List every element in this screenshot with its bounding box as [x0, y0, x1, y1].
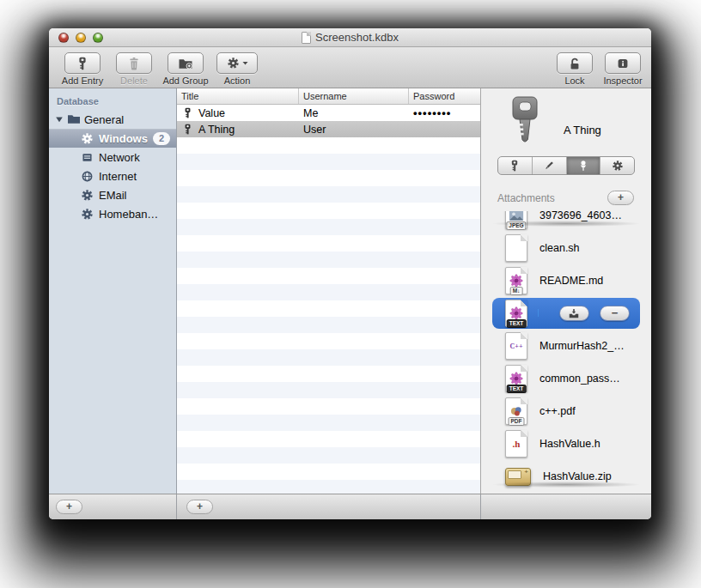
gear-icon	[81, 132, 94, 145]
attachment-row[interactable]: .h HashValue.h	[481, 427, 651, 460]
attachments-label: Attachments	[497, 192, 607, 204]
add-entry-button[interactable]: Add Entry	[58, 52, 107, 88]
key-icon	[76, 57, 89, 70]
sidebar-item-network[interactable]: Network	[49, 148, 176, 167]
minimize-button[interactable]	[76, 33, 86, 43]
sidebar-item-internet[interactable]: Internet	[49, 167, 176, 185]
attachment-name: c++.pdf	[539, 405, 576, 417]
attachment-row[interactable]: M↓ README.md	[481, 264, 651, 297]
inspector-panel: A Thing Attachments +	[481, 88, 651, 494]
remove-attachment-button[interactable]: −	[600, 306, 630, 321]
tab-general[interactable]	[498, 157, 533, 174]
attachment-row[interactable]: clean.sh	[481, 232, 651, 264]
attachment-name: LI…	[538, 307, 539, 319]
sidebar-item-label: Homeban…	[99, 208, 158, 221]
minus-icon: −	[612, 309, 619, 318]
tab-notes[interactable]	[533, 157, 567, 174]
sidebar-section-header: Database	[49, 94, 176, 110]
delete-label: Delete	[120, 76, 148, 86]
window-title-text: Screenshot.kdbx	[315, 31, 399, 44]
lock-label: Lock	[564, 76, 584, 86]
attachment-name: MurmurHash2_…	[539, 340, 625, 352]
tab-attachments[interactable]	[567, 157, 601, 174]
table-row[interactable]: Value Me ••••••••	[177, 105, 480, 121]
text-file-icon: TEXT	[505, 365, 527, 392]
sidebar-item-homebanking[interactable]: Homeban…	[49, 204, 176, 223]
entry-username: User	[303, 124, 326, 136]
add-entry-footer-button[interactable]: +	[186, 500, 213, 514]
empty-rows-area	[177, 137, 480, 494]
group-sidebar: Database General Windows 2 Network Inter…	[49, 88, 177, 494]
window-controls	[58, 33, 103, 43]
chevron-down-icon	[242, 60, 248, 66]
column-header-title[interactable]: Title	[177, 88, 299, 104]
attachment-name: common_pass…	[539, 373, 620, 385]
toolbar: Add Entry Delete Add Group Action Lock I…	[49, 47, 651, 88]
add-group-button[interactable]: Add Group	[161, 52, 210, 88]
attachment-row[interactable]: PDF c++.pdf	[481, 395, 651, 427]
entry-title: Value	[198, 107, 225, 119]
entry-title: A Thing	[198, 124, 235, 136]
attachment-row[interactable]: C++ MurmurHash2_…	[481, 330, 651, 362]
info-icon	[616, 57, 630, 70]
key-icon	[182, 124, 193, 135]
attachment-name: HashValue.h	[539, 438, 600, 450]
markdown-file-icon: M↓	[505, 267, 527, 294]
inspector-tab-bar	[497, 156, 635, 175]
entry-password-masked: ••••••••	[413, 106, 451, 119]
globe-icon	[81, 170, 94, 183]
entry-username: Me	[303, 107, 318, 119]
zoom-button[interactable]	[93, 33, 103, 43]
pdf-file-icon: PDF	[505, 397, 527, 425]
attachment-name: README.md	[539, 275, 603, 287]
add-group-footer-button[interactable]: +	[56, 500, 82, 514]
disclosure-triangle-icon[interactable]	[55, 115, 64, 124]
sidebar-item-label: General	[84, 113, 124, 126]
entry-key-icon	[508, 96, 542, 146]
add-entry-label: Add Entry	[62, 76, 103, 86]
tab-settings[interactable]	[600, 157, 634, 174]
add-attachment-button[interactable]: +	[607, 191, 634, 205]
attachment-row[interactable]: TEXT common_pass…	[481, 362, 651, 395]
inspector-entry-title: A Thing	[564, 124, 601, 136]
close-button[interactable]	[58, 33, 69, 43]
folder-plus-icon	[178, 57, 193, 70]
save-attachment-button[interactable]	[559, 306, 589, 321]
shell-file-icon	[505, 234, 527, 262]
attachment-name: clean.sh	[539, 242, 580, 254]
attachments-list: JPEG 3973696_4603… clean.sh M↓ README.md	[481, 211, 651, 489]
sidebar-item-label: Internet	[99, 170, 137, 183]
sidebar-item-general[interactable]: General	[49, 110, 176, 129]
action-button[interactable]: Action	[217, 52, 257, 88]
cpp-file-icon: C++	[505, 332, 527, 360]
delete-button[interactable]: Delete	[114, 52, 154, 88]
window-title: Screenshot.kdbx	[302, 31, 399, 44]
desktop-background: { "window": { "title": "Screenshot.kdbx"…	[0, 0, 701, 588]
action-label: Action	[224, 76, 251, 86]
gear-icon	[612, 160, 624, 172]
sidebar-item-label: EMail	[99, 189, 127, 202]
save-tray-icon	[568, 308, 580, 319]
lock-open-icon	[568, 57, 582, 70]
bottom-bar: + +	[49, 494, 651, 519]
entry-count-badge: 2	[153, 132, 170, 145]
add-group-label: Add Group	[162, 76, 208, 86]
key-icon	[509, 160, 521, 172]
pencil-icon	[543, 160, 555, 172]
folder-icon	[67, 113, 81, 125]
lock-button[interactable]: Lock	[555, 52, 594, 88]
sidebar-item-email[interactable]: EMail	[49, 185, 176, 204]
attachment-name: HashValue.zip	[543, 470, 612, 482]
scroll-edge-shadow	[493, 221, 639, 227]
sidebar-item-label: Network	[99, 151, 140, 164]
document-icon	[302, 32, 311, 44]
sidebar-item-windows[interactable]: Windows 2	[49, 129, 176, 148]
table-row-selected[interactable]: A Thing User	[177, 121, 480, 137]
entry-table: Title Username Password Value Me •••••••…	[177, 88, 481, 494]
column-header-username[interactable]: Username	[299, 88, 409, 104]
inspector-button[interactable]: Inspector	[603, 52, 643, 88]
attachment-row-selected[interactable]: TEXT LI… −	[492, 298, 640, 329]
column-header-password[interactable]: Password	[409, 88, 480, 104]
gear-icon	[81, 208, 94, 221]
title-bar[interactable]: Screenshot.kdbx	[49, 28, 651, 47]
